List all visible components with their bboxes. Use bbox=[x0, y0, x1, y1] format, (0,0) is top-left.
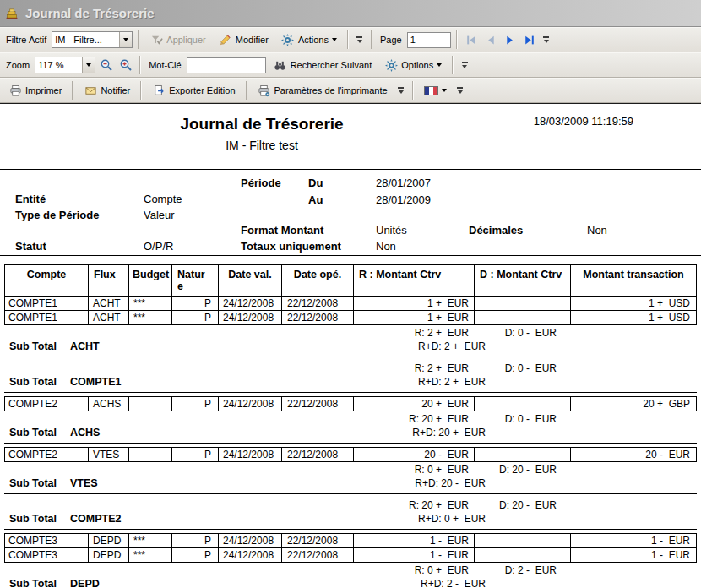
subtotal-label-text: Sub Total bbox=[9, 477, 57, 489]
cell-montant: 1 - EUR bbox=[571, 548, 696, 562]
notify-button[interactable]: Notifier bbox=[79, 80, 135, 101]
toolbar-overflow-button[interactable] bbox=[354, 30, 366, 50]
table-row: COMPTE3DEPD***P24/12/200822/12/20081 - E… bbox=[4, 533, 697, 548]
subtotal-block: R: 20 + EURD: 20 - EURSub TotalCOMPTE2R+… bbox=[4, 498, 697, 530]
last-page-button[interactable] bbox=[521, 31, 538, 48]
subtotal-line-rd: R: 0 + EURD: 2 - EUR bbox=[4, 564, 697, 578]
zoom-combobox[interactable]: 117 % bbox=[35, 57, 95, 74]
cell-dateope: 22/12/2008 bbox=[282, 534, 354, 547]
cell-dateval: 24/12/2008 bbox=[219, 311, 282, 324]
subtotal-rd-value: R+D: 20 - EUR bbox=[353, 477, 486, 492]
subtotal-d-value: D: 20 - EUR bbox=[474, 499, 570, 513]
periode-label: Période bbox=[241, 177, 281, 189]
separator bbox=[456, 30, 458, 49]
cell-dateope: 22/12/2008 bbox=[282, 311, 354, 324]
keyword-input[interactable] bbox=[187, 57, 266, 74]
table-header-row: Compte Flux Budget Natur e Date val. Dat… bbox=[4, 264, 697, 297]
gear-icon bbox=[384, 58, 398, 72]
zoom-out-button[interactable] bbox=[98, 57, 115, 74]
toolbar-overflow-button[interactable] bbox=[541, 30, 552, 50]
subtotal-line-label: Sub TotalACHTR+D: 2 + EUR bbox=[4, 340, 697, 355]
subtotal-name: DEPD bbox=[70, 578, 100, 588]
subtotal-name: VTES bbox=[70, 477, 98, 489]
zoom-in-button[interactable] bbox=[117, 57, 134, 74]
subtotal-r-value: R: 2 + EUR bbox=[353, 327, 474, 340]
separator bbox=[138, 30, 139, 49]
decimales-label: Décimales bbox=[469, 224, 523, 237]
separator bbox=[140, 81, 142, 100]
separator bbox=[72, 81, 73, 100]
overflow-bar-icon bbox=[356, 36, 362, 38]
gear-icon bbox=[281, 33, 295, 46]
chevron-down-icon bbox=[399, 90, 404, 94]
filter-active-label: Filtre Actif bbox=[6, 35, 46, 45]
cell-budget: *** bbox=[129, 548, 172, 562]
printer-settings-button[interactable]: Paramètres de l'imprimante bbox=[253, 80, 393, 101]
first-page-button[interactable] bbox=[463, 31, 480, 48]
cell-flux: VTES bbox=[89, 448, 129, 461]
toolbar-overflow-button[interactable] bbox=[395, 80, 407, 101]
cell-dctrv bbox=[475, 397, 571, 411]
next-page-button[interactable] bbox=[502, 31, 519, 48]
header-date-ope: Date opé. bbox=[282, 265, 354, 296]
report-subtitle: IM - Filtre test bbox=[0, 139, 524, 152]
entite-value: Compte bbox=[144, 193, 182, 205]
overflow-bar-icon bbox=[462, 62, 468, 63]
filter-combobox[interactable]: IM - Filtre... bbox=[52, 31, 133, 48]
cell-compte: COMPTE1 bbox=[5, 311, 89, 324]
subtotal-line-label: Sub TotalDEPDR+D: 2 - EUR bbox=[4, 578, 697, 588]
language-button[interactable] bbox=[419, 80, 452, 101]
export-edition-label: Exporter Edition bbox=[169, 85, 235, 95]
toolbar-zoom-search: Zoom 117 % Mot-Clé R bbox=[0, 52, 701, 78]
toolbar-filter: Filtre Actif IM - Filtre... Appliquer Mo… bbox=[0, 27, 701, 52]
cell-rctrv: 1 - EUR bbox=[354, 534, 475, 547]
subtotal-name: COMPTE1 bbox=[70, 376, 121, 388]
header-flux: Flux bbox=[89, 265, 129, 296]
options-button[interactable]: Options bbox=[379, 55, 447, 75]
chevron-down-icon bbox=[458, 90, 463, 94]
page-number-input[interactable] bbox=[407, 32, 451, 48]
subtotal-label: Sub TotalACHT bbox=[4, 340, 353, 355]
divider bbox=[0, 255, 701, 256]
subtotal-d-value: D: 20 - EUR bbox=[474, 464, 570, 477]
filter-combobox-dropdown[interactable] bbox=[119, 32, 132, 47]
actions-button[interactable]: Actions bbox=[276, 30, 342, 50]
cell-nature: P bbox=[172, 397, 219, 411]
search-next-button[interactable]: Rechercher Suivant bbox=[269, 55, 378, 75]
cell-dateope: 22/12/2008 bbox=[282, 297, 354, 310]
report-table: Compte Flux Budget Natur e Date val. Dat… bbox=[4, 264, 697, 588]
export-edition-button[interactable]: Exporter Edition bbox=[147, 80, 240, 101]
statut-label: Statut bbox=[15, 240, 46, 253]
subtotal-label-text: Sub Total bbox=[9, 340, 57, 352]
cell-compte: COMPTE1 bbox=[5, 297, 89, 310]
subtotal-line-rd: R: 20 + EURD: 0 - EUR bbox=[4, 413, 697, 427]
subtotal-line-label: Sub TotalACHSR+D: 20 + EUR bbox=[4, 427, 697, 441]
last-page-icon bbox=[524, 35, 535, 46]
modify-button[interactable]: Modifier bbox=[214, 30, 274, 50]
envelope-icon bbox=[84, 84, 97, 97]
cell-montant: 1 + USD bbox=[571, 311, 696, 324]
entite-label: Entité bbox=[15, 193, 46, 205]
chevron-down-icon bbox=[332, 38, 337, 41]
table-row: COMPTE3DEPD***P24/12/200822/12/20081 - E… bbox=[4, 547, 697, 563]
header-nature: Natur e bbox=[172, 265, 219, 296]
cell-rctrv: 20 - EUR bbox=[354, 448, 475, 461]
subtotal-name: ACHT bbox=[70, 340, 100, 352]
print-button[interactable]: Imprimer bbox=[3, 80, 67, 101]
separator bbox=[371, 30, 372, 49]
chevron-down-icon bbox=[544, 40, 549, 43]
toolbar-overflow-button[interactable] bbox=[454, 80, 466, 101]
cell-dateval: 24/12/2008 bbox=[219, 534, 282, 547]
previous-page-button[interactable] bbox=[482, 31, 499, 48]
zoom-combobox-dropdown[interactable] bbox=[82, 57, 95, 73]
cell-montant: 1 + USD bbox=[571, 297, 696, 310]
divider bbox=[0, 169, 701, 170]
subtotal-line-rd: R: 2 + EURD: 0 - EUR bbox=[4, 362, 697, 376]
subtotal-block: R: 2 + EURD: 0 - EURSub TotalCOMPTE1R+D:… bbox=[4, 361, 697, 393]
separator bbox=[347, 30, 349, 49]
cell-budget bbox=[129, 397, 172, 411]
cell-budget: *** bbox=[129, 297, 172, 310]
toolbar-overflow-button[interactable] bbox=[459, 55, 470, 75]
apply-button[interactable]: Appliquer bbox=[144, 30, 210, 50]
options-label: Options bbox=[401, 60, 433, 70]
